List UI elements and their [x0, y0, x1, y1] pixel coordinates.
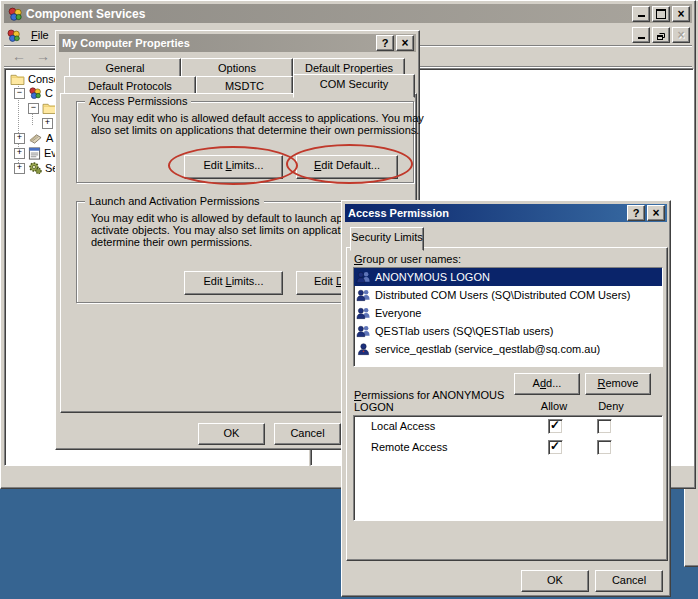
access-permissions-group-title: Access Permissions: [85, 95, 191, 107]
access-permission-dialog: Access Permission ? × Security Limits Gr…: [341, 200, 671, 597]
com-services-icon: [28, 86, 42, 100]
single-user-icon: [356, 342, 371, 356]
tree-item-event-viewer[interactable]: + Ev: [14, 146, 57, 160]
main-window-title: Component Services: [26, 7, 632, 21]
user-list-item[interactable]: ANONYMOUS LOGON: [354, 268, 662, 286]
component-services-icon: [7, 6, 23, 22]
launch-group-title: Launch and Activation Permissions: [85, 195, 264, 207]
maximize-button[interactable]: [652, 6, 670, 22]
deny-column-header: Deny: [581, 400, 641, 412]
child-close-icon: ×: [677, 31, 684, 39]
permission-row-label: Local Access: [371, 420, 435, 432]
tab-com-security[interactable]: COM Security: [293, 74, 415, 98]
event-log-icon: [28, 147, 41, 160]
add-button[interactable]: Add...: [514, 373, 580, 395]
close-icon: ×: [652, 209, 659, 217]
tab-label: General: [105, 62, 144, 74]
button-label: Cancel: [290, 424, 324, 439]
access-permissions-desc: You may edit who is allowed default acce…: [91, 112, 424, 124]
back-arrow-icon[interactable]: ←: [12, 48, 26, 64]
access-dialog-title: Access Permission: [348, 207, 627, 219]
props-cancel-button[interactable]: Cancel: [274, 423, 341, 445]
close-button[interactable]: ×: [672, 6, 690, 22]
minimize-button[interactable]: [632, 6, 650, 22]
tree-item-services[interactable]: + Se: [14, 161, 58, 175]
local-access-deny-checkbox[interactable]: [597, 419, 612, 434]
user-name: Distributed COM Users (SQ\Distributed CO…: [375, 289, 631, 301]
maximize-icon: [656, 9, 666, 19]
button-label: Edit Limits...: [204, 272, 264, 287]
tab-label: Default Protocols: [88, 80, 172, 92]
minimize-icon: [638, 8, 645, 17]
user-list-item[interactable]: service_qestlab (service_qestlab@sq.com.…: [354, 340, 662, 358]
group-users-icon: [356, 288, 371, 302]
menu-file[interactable]: File: [25, 27, 55, 43]
forward-arrow-icon[interactable]: →: [36, 48, 50, 64]
tab-label: MSDTC: [225, 80, 264, 92]
help-button[interactable]: ?: [627, 205, 645, 221]
main-title-bar[interactable]: Component Services ×: [4, 4, 692, 23]
expand-expander[interactable]: +: [14, 133, 25, 144]
user-name: Everyone: [375, 307, 421, 319]
launch-group-desc: activate objects. You may also set limit…: [91, 224, 382, 236]
launch-group-desc: determine their own permissions.: [91, 236, 252, 248]
console-icon: [6, 28, 21, 43]
remove-button[interactable]: Remove: [585, 373, 651, 395]
access-permissions-desc: also set limits on applications that det…: [91, 124, 419, 136]
remote-access-deny-checkbox[interactable]: [597, 440, 612, 455]
annotation-circle-edit-limits: [168, 146, 298, 185]
access-ok-button[interactable]: OK: [521, 570, 589, 592]
child-close-button[interactable]: ×: [672, 27, 690, 43]
remote-access-allow-checkbox[interactable]: [548, 440, 563, 455]
child-minimize-button[interactable]: [632, 27, 650, 43]
permissions-for-label-2: LOGON: [354, 401, 394, 413]
child-restore-button[interactable]: [652, 27, 670, 43]
group-user-names-label: Group or user names:: [354, 253, 461, 265]
tree-item-console-root[interactable]: Conso: [10, 72, 60, 86]
tab-label: Options: [218, 62, 256, 74]
expand-expander[interactable]: +: [14, 148, 25, 159]
help-button[interactable]: ?: [376, 35, 394, 51]
help-icon: ?: [633, 208, 640, 218]
button-label: Remove: [598, 374, 639, 389]
local-access-allow-checkbox[interactable]: [548, 419, 563, 434]
group-users-icon: [356, 270, 371, 284]
group-users-icon: [356, 306, 371, 320]
expand-expander[interactable]: +: [42, 118, 53, 129]
props-ok-button[interactable]: OK: [198, 423, 265, 445]
user-list-item[interactable]: Distributed COM Users (SQ\Distributed CO…: [354, 286, 662, 304]
permissions-for-label: Permissions for ANONYMOUS: [354, 389, 504, 401]
child-minimize-icon: [638, 30, 645, 39]
user-list-item[interactable]: Everyone: [354, 304, 662, 322]
launch-edit-limits-button[interactable]: Edit Limits...: [184, 271, 283, 295]
group-user-list[interactable]: ANONYMOUS LOGON Distributed COM Users (S…: [353, 267, 663, 367]
user-list-item[interactable]: QESTlab users (SQ\QESTlab users): [354, 322, 662, 340]
tab-security-limits[interactable]: Security Limits: [350, 227, 424, 251]
access-cancel-button[interactable]: Cancel: [595, 570, 663, 592]
user-name: service_qestlab (service_qestlab@sq.com.…: [375, 343, 600, 355]
button-label: Cancel: [612, 571, 646, 586]
user-name: ANONYMOUS LOGON: [375, 271, 490, 283]
user-name: QESTlab users (SQ\QESTlab users): [375, 325, 554, 337]
help-icon: ?: [382, 38, 389, 48]
collapse-expander[interactable]: −: [28, 103, 39, 114]
props-dialog-title-bar[interactable]: My Computer Properties ? ×: [59, 34, 416, 52]
dialog-close-button[interactable]: ×: [647, 205, 665, 221]
collapse-expander[interactable]: −: [14, 88, 25, 99]
restore-icon: [657, 31, 666, 40]
close-icon: ×: [401, 39, 408, 47]
button-label: OK: [224, 424, 240, 439]
group-users-icon: [356, 324, 371, 338]
expand-expander[interactable]: +: [14, 163, 25, 174]
tree-item-my-computer[interactable]: +: [42, 116, 56, 130]
tree-item-component-services[interactable]: − C: [14, 86, 53, 100]
book-icon: [28, 132, 43, 145]
tree-item-a[interactable]: + A: [14, 131, 53, 145]
button-label: Add...: [533, 374, 562, 389]
props-dialog-title: My Computer Properties: [62, 37, 376, 49]
desktop: Component Services × File: [0, 0, 698, 599]
dialog-close-button[interactable]: ×: [396, 35, 414, 51]
access-dialog-title-bar[interactable]: Access Permission ? ×: [345, 204, 667, 222]
button-label: OK: [547, 571, 563, 586]
annotation-circle-edit-default: [286, 144, 413, 184]
